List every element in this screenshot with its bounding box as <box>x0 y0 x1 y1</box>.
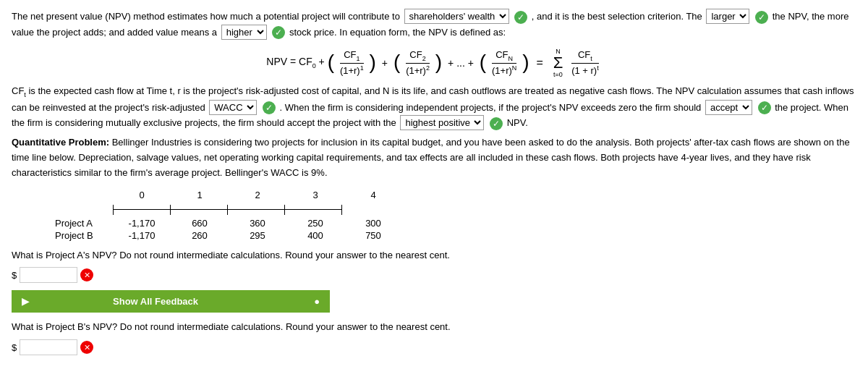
project-a-val-2: 360 <box>229 218 286 229</box>
project-b-val-1: 260 <box>171 230 229 241</box>
clear-a-button[interactable]: ✕ <box>80 268 93 281</box>
dropdown1-wrapper[interactable]: shareholders' wealth <box>404 9 509 25</box>
formula-cf1: ( CF1 (1+r)1 ) <box>328 49 376 76</box>
check-icon-6: ✓ <box>490 117 503 130</box>
check-icon-5: ✓ <box>758 101 771 114</box>
project-b-val-3: 400 <box>286 230 344 241</box>
project-a-row: Project A -1,170 660 360 250 300 <box>55 218 856 229</box>
project-a-val-1: 660 <box>171 218 229 229</box>
dropdown2-wrapper[interactable]: larger <box>706 9 749 25</box>
formula-cf2: ( CF2 (1+r)2 ) <box>393 49 442 76</box>
project-a-label: Project A <box>55 218 113 229</box>
timeline-line <box>113 205 856 215</box>
larger-select[interactable]: larger <box>706 9 749 24</box>
wacc-select[interactable]: WACC <box>209 100 257 115</box>
higher-select[interactable]: higher <box>221 25 267 40</box>
project-b-row: Project B -1,170 260 295 400 750 <box>55 230 856 241</box>
sigma-block: N Σ t=0 <box>553 48 563 78</box>
question-b-text: What is Project B's NPV? Do not round in… <box>12 320 856 335</box>
answer-b-input[interactable] <box>20 339 77 355</box>
para2-text5: NPV. <box>507 117 528 128</box>
quant-text: Bellinger Industries is considering two … <box>12 137 850 178</box>
project-a-val-0: -1,170 <box>113 218 171 229</box>
tick-4: 4 <box>344 190 402 200</box>
quant-bold-label: Quantitative Problem: <box>12 137 109 148</box>
dollar-sign-a: $ <box>12 270 17 281</box>
check-icon-2: ✓ <box>755 11 768 24</box>
dollar-sign-b: $ <box>12 342 17 353</box>
quant-paragraph: Quantitative Problem: Bellinger Industri… <box>12 135 856 180</box>
tick-2: 2 <box>229 190 286 200</box>
check-icon-4: ✓ <box>263 101 276 114</box>
cft-label: CFt <box>12 85 26 96</box>
highest-positive-select[interactable]: highest positive <box>400 115 484 130</box>
project-b-label: Project B <box>55 230 113 241</box>
tick-1: 1 <box>171 190 229 200</box>
plus-dots: + ... + <box>448 57 474 69</box>
accept-select[interactable]: accept <box>705 100 752 115</box>
para2-text3: . When the firm is considering independe… <box>280 102 702 113</box>
answer-a-input[interactable] <box>20 267 77 283</box>
npv-formula: NPV = CF0 + ( CF1 (1+r)1 ) + ( CF2 (1+r)… <box>12 48 856 78</box>
tick-3: 3 <box>286 190 344 200</box>
formula-npv-cf0: NPV = CF0 + <box>266 56 325 67</box>
timeline-numbers-row: 0 1 2 3 4 <box>55 190 856 200</box>
formula-cft: CFt (1 + r)t <box>571 49 599 76</box>
intro-text-2: , and it is the best selection criterion… <box>532 11 702 22</box>
formula-equal: = <box>536 56 542 69</box>
intro-text-1: The net present value (NPV) method estim… <box>12 11 400 22</box>
feedback-circle-icon: ● <box>314 296 320 307</box>
project-a-val-3: 250 <box>286 218 344 229</box>
dropdown5-wrapper[interactable]: accept <box>705 100 752 116</box>
formula-cfn: ( CFN (1+r)N ) <box>480 49 529 76</box>
question-a-text: What is Project A's NPV? Do not round in… <box>12 248 856 263</box>
clear-b-button[interactable]: ✕ <box>80 341 93 354</box>
para2: CFt is the expected cash flow at Time t,… <box>12 84 856 132</box>
project-b-val-2: 295 <box>229 230 286 241</box>
check-icon-1: ✓ <box>514 11 527 24</box>
project-b-val-0: -1,170 <box>113 230 171 241</box>
answer-a-row: $ ✕ <box>12 267 856 283</box>
feedback-label: Show All Feedback <box>113 296 198 307</box>
feedback-triangle: ▶ <box>22 296 29 307</box>
answer-b-row: $ ✕ <box>12 339 856 355</box>
timeline: 0 1 2 3 4 Project A -1,170 660 360 250 3… <box>55 190 856 241</box>
shareholders-wealth-select[interactable]: shareholders' wealth <box>404 9 509 24</box>
plus-1: + <box>382 57 388 69</box>
dropdown6-wrapper[interactable]: highest positive <box>400 115 484 131</box>
tick-0: 0 <box>113 190 171 200</box>
feedback-bar[interactable]: ▶ Show All Feedback ● <box>12 290 330 313</box>
intro-text-4: stock price. In equation form, the NPV i… <box>289 27 506 38</box>
project-b-val-4: 750 <box>344 230 402 241</box>
project-a-val-4: 300 <box>344 218 402 229</box>
intro-paragraph-1: The net present value (NPV) method estim… <box>12 9 856 41</box>
dropdown3-wrapper[interactable]: higher <box>221 25 267 41</box>
check-icon-3: ✓ <box>272 26 285 39</box>
dropdown4-wrapper[interactable]: WACC <box>209 100 257 116</box>
